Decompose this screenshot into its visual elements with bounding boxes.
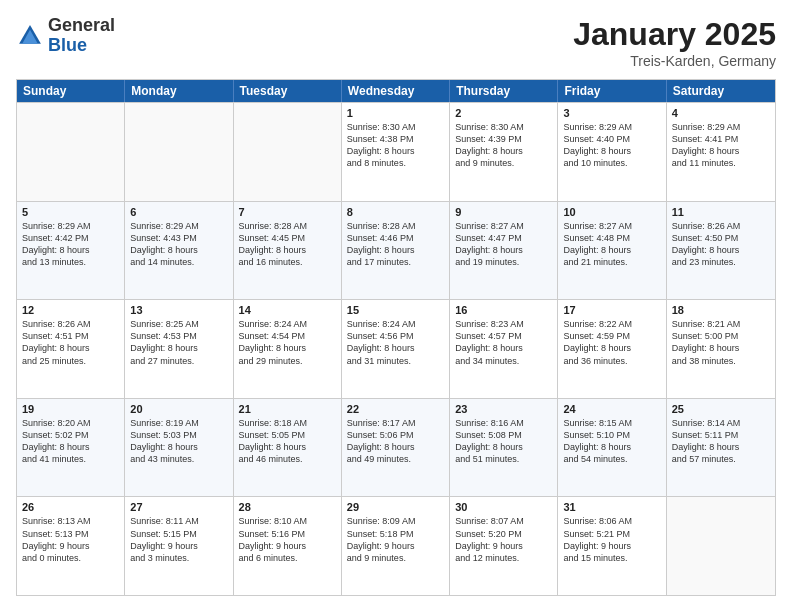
calendar-body: 1Sunrise: 8:30 AM Sunset: 4:38 PM Daylig… [17, 102, 775, 595]
cell-info: Sunrise: 8:26 AM Sunset: 4:50 PM Dayligh… [672, 220, 770, 269]
calendar-row-3: 12Sunrise: 8:26 AM Sunset: 4:51 PM Dayli… [17, 299, 775, 398]
day-number: 18 [672, 304, 770, 316]
day-number: 25 [672, 403, 770, 415]
day-number: 12 [22, 304, 119, 316]
day-number: 26 [22, 501, 119, 513]
location: Treis-Karden, Germany [573, 53, 776, 69]
calendar-cell: 24Sunrise: 8:15 AM Sunset: 5:10 PM Dayli… [558, 399, 666, 497]
day-number: 10 [563, 206, 660, 218]
calendar-cell: 2Sunrise: 8:30 AM Sunset: 4:39 PM Daylig… [450, 103, 558, 201]
month-title: January 2025 [573, 16, 776, 53]
logo: General Blue [16, 16, 115, 56]
cell-info: Sunrise: 8:23 AM Sunset: 4:57 PM Dayligh… [455, 318, 552, 367]
logo-text: General Blue [48, 16, 115, 56]
calendar-cell: 26Sunrise: 8:13 AM Sunset: 5:13 PM Dayli… [17, 497, 125, 595]
calendar-cell: 16Sunrise: 8:23 AM Sunset: 4:57 PM Dayli… [450, 300, 558, 398]
calendar-header: SundayMondayTuesdayWednesdayThursdayFrid… [17, 80, 775, 102]
cell-info: Sunrise: 8:06 AM Sunset: 5:21 PM Dayligh… [563, 515, 660, 564]
cell-info: Sunrise: 8:07 AM Sunset: 5:20 PM Dayligh… [455, 515, 552, 564]
day-number: 30 [455, 501, 552, 513]
day-number: 11 [672, 206, 770, 218]
calendar-cell: 18Sunrise: 8:21 AM Sunset: 5:00 PM Dayli… [667, 300, 775, 398]
day-number: 20 [130, 403, 227, 415]
cell-info: Sunrise: 8:21 AM Sunset: 5:00 PM Dayligh… [672, 318, 770, 367]
cell-info: Sunrise: 8:20 AM Sunset: 5:02 PM Dayligh… [22, 417, 119, 466]
calendar-cell: 9Sunrise: 8:27 AM Sunset: 4:47 PM Daylig… [450, 202, 558, 300]
calendar-cell: 13Sunrise: 8:25 AM Sunset: 4:53 PM Dayli… [125, 300, 233, 398]
day-number: 14 [239, 304, 336, 316]
header: General Blue January 2025 Treis-Karden, … [16, 16, 776, 69]
calendar-cell: 22Sunrise: 8:17 AM Sunset: 5:06 PM Dayli… [342, 399, 450, 497]
logo-general: General [48, 16, 115, 36]
cell-info: Sunrise: 8:19 AM Sunset: 5:03 PM Dayligh… [130, 417, 227, 466]
cell-info: Sunrise: 8:17 AM Sunset: 5:06 PM Dayligh… [347, 417, 444, 466]
day-number: 2 [455, 107, 552, 119]
day-number: 24 [563, 403, 660, 415]
calendar-cell [234, 103, 342, 201]
calendar-cell: 17Sunrise: 8:22 AM Sunset: 4:59 PM Dayli… [558, 300, 666, 398]
day-number: 28 [239, 501, 336, 513]
day-number: 31 [563, 501, 660, 513]
day-number: 8 [347, 206, 444, 218]
day-number: 5 [22, 206, 119, 218]
cell-info: Sunrise: 8:30 AM Sunset: 4:38 PM Dayligh… [347, 121, 444, 170]
cell-info: Sunrise: 8:15 AM Sunset: 5:10 PM Dayligh… [563, 417, 660, 466]
cell-info: Sunrise: 8:11 AM Sunset: 5:15 PM Dayligh… [130, 515, 227, 564]
day-number: 3 [563, 107, 660, 119]
logo-icon [16, 22, 44, 50]
calendar-cell: 19Sunrise: 8:20 AM Sunset: 5:02 PM Dayli… [17, 399, 125, 497]
day-number: 16 [455, 304, 552, 316]
calendar-cell: 10Sunrise: 8:27 AM Sunset: 4:48 PM Dayli… [558, 202, 666, 300]
calendar-cell: 3Sunrise: 8:29 AM Sunset: 4:40 PM Daylig… [558, 103, 666, 201]
logo-blue: Blue [48, 36, 115, 56]
cell-info: Sunrise: 8:24 AM Sunset: 4:54 PM Dayligh… [239, 318, 336, 367]
page: General Blue January 2025 Treis-Karden, … [0, 0, 792, 612]
cell-info: Sunrise: 8:25 AM Sunset: 4:53 PM Dayligh… [130, 318, 227, 367]
calendar-cell: 1Sunrise: 8:30 AM Sunset: 4:38 PM Daylig… [342, 103, 450, 201]
day-number: 15 [347, 304, 444, 316]
day-number: 27 [130, 501, 227, 513]
weekday-header-sunday: Sunday [17, 80, 125, 102]
calendar-cell: 27Sunrise: 8:11 AM Sunset: 5:15 PM Dayli… [125, 497, 233, 595]
cell-info: Sunrise: 8:26 AM Sunset: 4:51 PM Dayligh… [22, 318, 119, 367]
calendar-cell: 28Sunrise: 8:10 AM Sunset: 5:16 PM Dayli… [234, 497, 342, 595]
cell-info: Sunrise: 8:28 AM Sunset: 4:46 PM Dayligh… [347, 220, 444, 269]
weekday-header-tuesday: Tuesday [234, 80, 342, 102]
day-number: 17 [563, 304, 660, 316]
calendar-cell: 12Sunrise: 8:26 AM Sunset: 4:51 PM Dayli… [17, 300, 125, 398]
calendar-cell: 11Sunrise: 8:26 AM Sunset: 4:50 PM Dayli… [667, 202, 775, 300]
weekday-header-saturday: Saturday [667, 80, 775, 102]
cell-info: Sunrise: 8:28 AM Sunset: 4:45 PM Dayligh… [239, 220, 336, 269]
weekday-header-monday: Monday [125, 80, 233, 102]
calendar-cell: 5Sunrise: 8:29 AM Sunset: 4:42 PM Daylig… [17, 202, 125, 300]
day-number: 22 [347, 403, 444, 415]
calendar-cell: 30Sunrise: 8:07 AM Sunset: 5:20 PM Dayli… [450, 497, 558, 595]
calendar-cell [125, 103, 233, 201]
day-number: 4 [672, 107, 770, 119]
calendar-row-5: 26Sunrise: 8:13 AM Sunset: 5:13 PM Dayli… [17, 496, 775, 595]
calendar-cell: 23Sunrise: 8:16 AM Sunset: 5:08 PM Dayli… [450, 399, 558, 497]
cell-info: Sunrise: 8:10 AM Sunset: 5:16 PM Dayligh… [239, 515, 336, 564]
day-number: 1 [347, 107, 444, 119]
weekday-header-thursday: Thursday [450, 80, 558, 102]
calendar-cell: 21Sunrise: 8:18 AM Sunset: 5:05 PM Dayli… [234, 399, 342, 497]
calendar-row-1: 1Sunrise: 8:30 AM Sunset: 4:38 PM Daylig… [17, 102, 775, 201]
day-number: 19 [22, 403, 119, 415]
calendar-row-2: 5Sunrise: 8:29 AM Sunset: 4:42 PM Daylig… [17, 201, 775, 300]
cell-info: Sunrise: 8:14 AM Sunset: 5:11 PM Dayligh… [672, 417, 770, 466]
cell-info: Sunrise: 8:09 AM Sunset: 5:18 PM Dayligh… [347, 515, 444, 564]
calendar: SundayMondayTuesdayWednesdayThursdayFrid… [16, 79, 776, 596]
day-number: 21 [239, 403, 336, 415]
cell-info: Sunrise: 8:27 AM Sunset: 4:48 PM Dayligh… [563, 220, 660, 269]
weekday-header-wednesday: Wednesday [342, 80, 450, 102]
calendar-cell: 14Sunrise: 8:24 AM Sunset: 4:54 PM Dayli… [234, 300, 342, 398]
day-number: 29 [347, 501, 444, 513]
day-number: 7 [239, 206, 336, 218]
title-block: January 2025 Treis-Karden, Germany [573, 16, 776, 69]
calendar-cell: 4Sunrise: 8:29 AM Sunset: 4:41 PM Daylig… [667, 103, 775, 201]
calendar-cell: 15Sunrise: 8:24 AM Sunset: 4:56 PM Dayli… [342, 300, 450, 398]
day-number: 6 [130, 206, 227, 218]
calendar-cell: 31Sunrise: 8:06 AM Sunset: 5:21 PM Dayli… [558, 497, 666, 595]
calendar-cell: 25Sunrise: 8:14 AM Sunset: 5:11 PM Dayli… [667, 399, 775, 497]
calendar-cell [17, 103, 125, 201]
